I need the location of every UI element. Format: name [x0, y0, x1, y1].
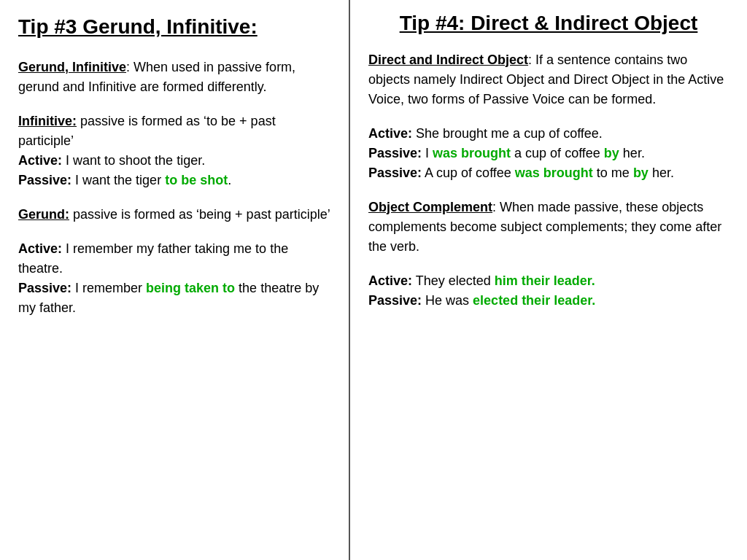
oc-passive: Passive: He was elected their leader. — [368, 291, 729, 311]
oc-active: Active: They elected him their leader. — [368, 271, 729, 291]
infinitive-passive-green: to be shot — [165, 173, 228, 187]
gerund-text1: passive is formed as ‘being + past parti… — [69, 207, 330, 222]
gerund-term: Gerund: — [18, 207, 69, 222]
gerund-passive-text1: I remember — [71, 281, 146, 295]
right-passive1-text3: her. — [619, 146, 645, 160]
right-passive2-label: Passive: — [368, 166, 422, 180]
right-passive1-text1: I — [422, 146, 433, 160]
oc-active-green: him their leader. — [495, 273, 595, 288]
right-active-text: She brought me a cup of coffee. — [412, 126, 603, 141]
gerund-infinitive-term: Gerund, Infinitive — [18, 60, 126, 74]
gerund-passive-green: being taken to — [146, 281, 235, 295]
right-panel: Tip #4: Direct & Indirect Object Direct … — [350, 0, 747, 560]
gerund-definition: Gerund: passive is formed as ‘being + pa… — [18, 205, 330, 225]
oc-active-text1: They elected — [412, 273, 495, 288]
direct-indirect-term: Direct and Indirect Object — [368, 52, 528, 67]
right-passive1-green2: by — [604, 146, 619, 160]
right-passive1-green1: was brought — [433, 146, 511, 160]
right-passive2: Passive: A cup of coffee was brought to … — [368, 163, 729, 183]
right-passive2-text3: her. — [649, 166, 674, 180]
right-passive1-label: Passive: — [368, 146, 422, 160]
right-passive1: Passive: I was brought a cup of coffee b… — [368, 144, 729, 163]
infinitive-active-label: Active: — [18, 153, 62, 168]
left-section-4: Active: I remember my father taking me t… — [18, 239, 330, 318]
gerund-active-label: Active: — [18, 241, 62, 256]
infinitive-active: Active: I want to shoot the tiger. — [18, 151, 330, 171]
right-passive2-green2: by — [633, 166, 649, 180]
left-section-2: Infinitive: passive is formed as ‘to be … — [18, 112, 330, 190]
right-passive2-green1: was brought — [515, 166, 593, 180]
right-passive2-text1: A cup of coffee — [422, 166, 515, 180]
gerund-passive: Passive: I remember being taken to the t… — [18, 279, 330, 318]
object-complement-para: Object Complement: When made passive, th… — [368, 198, 729, 257]
right-title: Tip #4: Direct & Indirect Object — [368, 11, 729, 36]
oc-active-label: Active: — [368, 273, 412, 288]
oc-passive-green: elected their leader. — [473, 293, 595, 308]
right-passive1-text2: a cup of coffee — [511, 146, 604, 160]
infinitive-active-text: I want to shoot the tiger. — [62, 153, 205, 168]
infinitive-passive-text1: I want the tiger — [71, 173, 165, 187]
left-section-3: Gerund: passive is formed as ‘being + pa… — [18, 205, 330, 225]
right-section-4: Active: They elected him their leader. P… — [368, 271, 729, 311]
infinitive-passive-label: Passive: — [18, 173, 71, 187]
gerund-active: Active: I remember my father taking me t… — [18, 239, 330, 279]
right-section-2: Active: She brought me a cup of coffee. … — [368, 124, 729, 183]
direct-indirect-para: Direct and Indirect Object: If a sentenc… — [368, 50, 729, 109]
left-panel: Tip #3 Gerund, Infinitive: Gerund, Infin… — [0, 0, 350, 560]
infinitive-passive: Passive: I want the tiger to be shot. — [18, 171, 330, 190]
infinitive-passive-text2: . — [228, 173, 231, 187]
oc-passive-label: Passive: — [368, 293, 422, 308]
right-active: Active: She brought me a cup of coffee. — [368, 124, 729, 144]
right-section-1: Direct and Indirect Object: If a sentenc… — [368, 50, 729, 109]
right-section-3: Object Complement: When made passive, th… — [368, 198, 729, 257]
right-passive2-text2: to me — [593, 166, 633, 180]
right-active-label: Active: — [368, 126, 412, 141]
left-section-1: Gerund, Infinitive: When used in passive… — [18, 58, 330, 97]
infinitive-term: Infinitive: — [18, 114, 77, 128]
left-title: Tip #3 Gerund, Infinitive: — [18, 15, 330, 39]
oc-passive-text1: He was — [422, 293, 473, 308]
gerund-passive-label: Passive: — [18, 281, 71, 295]
object-complement-term: Object Complement — [368, 200, 492, 214]
infinitive-definition: Infinitive: passive is formed as ‘to be … — [18, 112, 330, 151]
gerund-infinitive-para: Gerund, Infinitive: When used in passive… — [18, 58, 330, 97]
